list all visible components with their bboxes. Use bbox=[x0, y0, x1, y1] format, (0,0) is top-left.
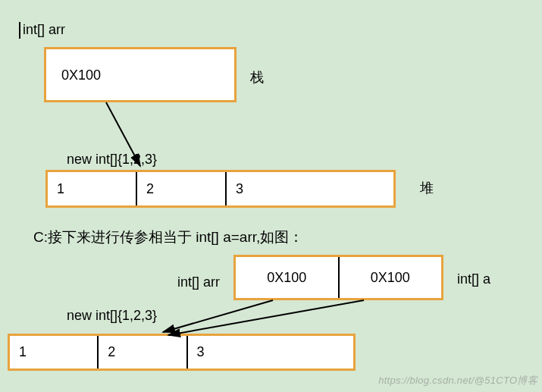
decl-label-top: int[] arr bbox=[19, 22, 65, 39]
stack-label-top: 栈 bbox=[250, 68, 264, 86]
text-cursor bbox=[19, 22, 20, 39]
decl-text: int[] arr bbox=[23, 22, 65, 37]
stack-value-top: 0X100 bbox=[61, 67, 101, 83]
heap-label-top: 堆 bbox=[420, 179, 434, 197]
heap-cell: 1 bbox=[10, 336, 99, 368]
arrow-stackleft-to-heap-bottom bbox=[163, 300, 273, 332]
heap-init-label-top: new int[]{1,2,3} bbox=[67, 152, 157, 168]
stack-cell: 0X100 bbox=[340, 257, 442, 298]
left-label-bottom: int[] arr bbox=[177, 274, 220, 290]
stack-box-bottom: 0X100 0X100 bbox=[233, 255, 443, 300]
heap-cell: 3 bbox=[188, 336, 354, 368]
caption-text: C:接下来进行传参相当于 int[] a=arr,如图： bbox=[33, 227, 303, 247]
heap-array-top: 1 2 3 bbox=[45, 170, 396, 208]
stack-box-top: 0X100 bbox=[44, 47, 237, 102]
heap-init-label-bottom: new int[]{1,2,3} bbox=[67, 308, 157, 324]
heap-array-bottom: 1 2 3 bbox=[8, 334, 356, 371]
arrow-stackright-to-heap-bottom bbox=[168, 300, 364, 335]
heap-cell: 3 bbox=[227, 172, 393, 205]
heap-cell: 2 bbox=[137, 172, 227, 205]
stack-cell: 0X100 bbox=[236, 257, 340, 298]
heap-cell: 1 bbox=[48, 172, 137, 205]
watermark-text: https://blog.csdn.net/@51CTO博客 bbox=[378, 374, 537, 387]
heap-cell: 2 bbox=[99, 336, 187, 368]
right-label-bottom: int[] a bbox=[457, 271, 490, 287]
